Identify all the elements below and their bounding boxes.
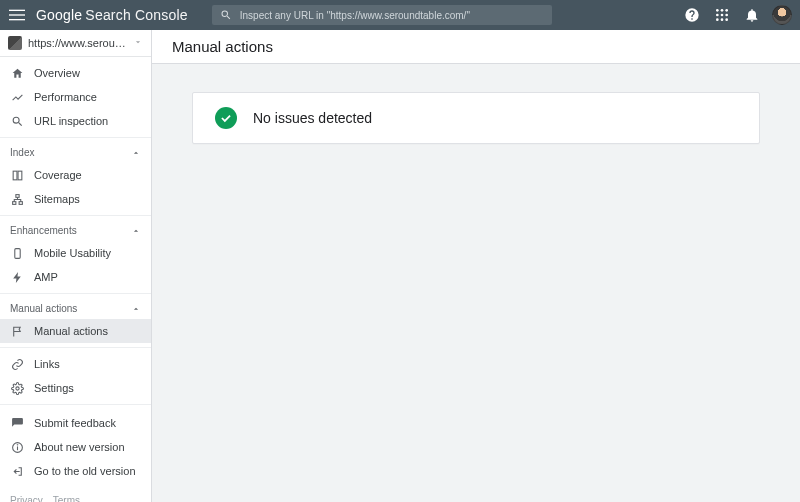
svg-point-6 bbox=[716, 14, 719, 17]
main-content: Manual actions No issues detected bbox=[152, 30, 800, 502]
sidebar-item-label: Sitemaps bbox=[34, 193, 80, 205]
chevron-up-icon bbox=[131, 148, 141, 158]
svg-rect-14 bbox=[15, 194, 18, 197]
group-header-manual-actions[interactable]: Manual actions bbox=[0, 298, 151, 319]
sidebar-item-label: URL inspection bbox=[34, 115, 108, 127]
chevron-up-icon bbox=[131, 304, 141, 314]
sidebar-item-manual-actions[interactable]: Manual actions bbox=[0, 319, 151, 343]
apps-icon[interactable] bbox=[712, 5, 732, 25]
property-label: https://www.seroundtable.co… bbox=[28, 37, 127, 49]
status-message: No issues detected bbox=[253, 110, 372, 126]
sidebar-item-url-inspection[interactable]: URL inspection bbox=[0, 109, 151, 133]
sidebar-item-label: Manual actions bbox=[34, 325, 108, 337]
account-avatar[interactable] bbox=[772, 5, 792, 25]
group-header-index[interactable]: Index bbox=[0, 142, 151, 163]
group-title: Manual actions bbox=[10, 303, 77, 314]
sidebar-item-label: AMP bbox=[34, 271, 58, 283]
nav-group-secondary: Links Settings bbox=[0, 348, 151, 405]
sidebar-item-settings[interactable]: Settings bbox=[0, 376, 151, 400]
nav-group-manual-actions: Manual actions Manual actions bbox=[0, 294, 151, 348]
sidebar-item-label: Mobile Usability bbox=[34, 247, 111, 259]
svg-rect-15 bbox=[12, 201, 15, 204]
svg-rect-0 bbox=[9, 10, 25, 11]
property-selector[interactable]: https://www.seroundtable.co… bbox=[0, 30, 151, 57]
svg-point-3 bbox=[716, 9, 719, 12]
svg-point-19 bbox=[15, 386, 18, 389]
menu-icon[interactable] bbox=[8, 6, 26, 24]
sidebar-item-coverage[interactable]: Coverage bbox=[0, 163, 151, 187]
nav-group-index: Index Coverage Sitemaps bbox=[0, 138, 151, 216]
sidebar-item-performance[interactable]: Performance bbox=[0, 85, 151, 109]
nav-group-enhancements: Enhancements Mobile Usability AMP bbox=[0, 216, 151, 294]
svg-rect-2 bbox=[9, 19, 25, 20]
feedback-icon bbox=[10, 416, 24, 430]
exit-icon bbox=[10, 464, 24, 478]
gear-icon bbox=[10, 381, 24, 395]
logo-bold: Google bbox=[36, 7, 82, 23]
group-title: Enhancements bbox=[10, 225, 77, 236]
sidebar-item-label: Performance bbox=[34, 91, 97, 103]
footer-privacy[interactable]: Privacy bbox=[10, 495, 43, 502]
notifications-icon[interactable] bbox=[742, 5, 762, 25]
property-favicon bbox=[8, 36, 22, 50]
search-placeholder: Inspect any URL in "https://www.seroundt… bbox=[240, 10, 470, 21]
mobile-icon bbox=[10, 246, 24, 260]
group-header-enhancements[interactable]: Enhancements bbox=[0, 220, 151, 241]
product-logo: Google Search Console bbox=[36, 7, 188, 23]
page-title: Manual actions bbox=[152, 30, 800, 64]
nav-group-main: Overview Performance URL inspection bbox=[0, 57, 151, 138]
sidebar-item-label: Go to the old version bbox=[34, 465, 136, 477]
sidebar-item-links[interactable]: Links bbox=[0, 352, 151, 376]
info-icon bbox=[10, 440, 24, 454]
svg-point-5 bbox=[725, 9, 728, 12]
sidebar-item-sitemaps[interactable]: Sitemaps bbox=[0, 187, 151, 211]
sitemap-icon bbox=[10, 192, 24, 206]
help-icon[interactable] bbox=[682, 5, 702, 25]
chevron-up-icon bbox=[131, 226, 141, 236]
url-inspection-search[interactable]: Inspect any URL in "https://www.seroundt… bbox=[212, 5, 552, 25]
sidebar-item-amp[interactable]: AMP bbox=[0, 265, 151, 289]
coverage-icon bbox=[10, 168, 24, 182]
sidebar-item-old-version[interactable]: Go to the old version bbox=[0, 459, 151, 483]
chart-icon bbox=[10, 90, 24, 104]
svg-point-8 bbox=[725, 14, 728, 17]
flag-icon bbox=[10, 324, 24, 338]
svg-rect-16 bbox=[19, 201, 22, 204]
svg-rect-13 bbox=[18, 171, 22, 180]
home-icon bbox=[10, 66, 24, 80]
svg-point-9 bbox=[716, 18, 719, 21]
nav-group-footer: Submit feedback About new version Go to … bbox=[0, 405, 151, 489]
svg-rect-17 bbox=[14, 248, 19, 258]
sidebar-item-overview[interactable]: Overview bbox=[0, 61, 151, 85]
footer-links: Privacy Terms bbox=[0, 489, 151, 502]
sidebar-item-label: Links bbox=[34, 358, 60, 370]
svg-point-11 bbox=[725, 18, 728, 21]
group-title: Index bbox=[10, 147, 34, 158]
sidebar-item-about[interactable]: About new version bbox=[0, 435, 151, 459]
sidebar: https://www.seroundtable.co… Overview Pe… bbox=[0, 30, 152, 502]
footer-terms[interactable]: Terms bbox=[53, 495, 80, 502]
sidebar-item-label: About new version bbox=[34, 441, 125, 453]
logo-light: Search Console bbox=[85, 7, 187, 23]
chevron-down-icon bbox=[133, 37, 143, 49]
status-card: No issues detected bbox=[192, 92, 760, 144]
sidebar-item-feedback[interactable]: Submit feedback bbox=[0, 411, 151, 435]
sidebar-item-label: Coverage bbox=[34, 169, 82, 181]
svg-point-10 bbox=[721, 18, 724, 21]
top-bar: Google Search Console Inspect any URL in… bbox=[0, 0, 800, 30]
svg-point-7 bbox=[721, 14, 724, 17]
svg-point-4 bbox=[721, 9, 724, 12]
link-icon bbox=[10, 357, 24, 371]
success-check-icon bbox=[215, 107, 237, 129]
search-icon bbox=[10, 114, 24, 128]
sidebar-item-label: Settings bbox=[34, 382, 74, 394]
svg-point-22 bbox=[17, 444, 18, 445]
svg-rect-12 bbox=[13, 171, 17, 180]
search-icon bbox=[220, 9, 232, 21]
sidebar-item-label: Overview bbox=[34, 67, 80, 79]
svg-rect-1 bbox=[9, 14, 25, 15]
sidebar-item-label: Submit feedback bbox=[34, 417, 116, 429]
sidebar-item-mobile-usability[interactable]: Mobile Usability bbox=[0, 241, 151, 265]
bolt-icon bbox=[10, 270, 24, 284]
